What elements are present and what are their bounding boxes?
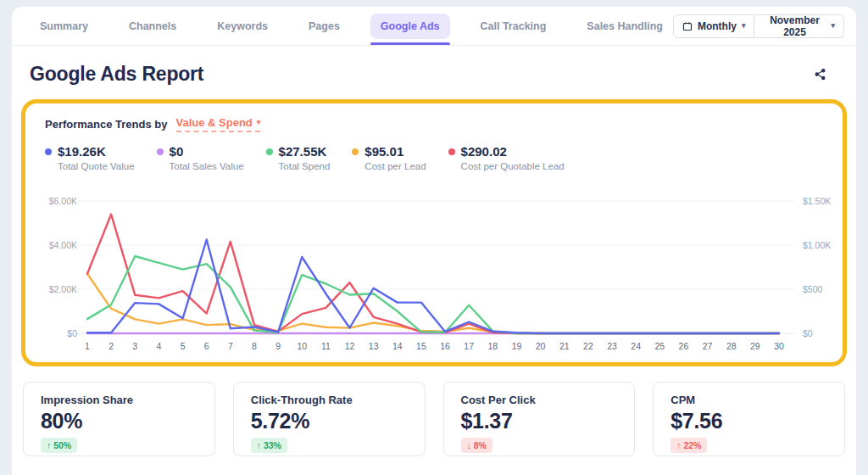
legend-dot-icon (448, 148, 455, 155)
x-axis-tick: 9 (275, 341, 281, 351)
tab-sales-handling[interactable]: Sales Handling (576, 7, 673, 45)
legend-item-total-quote-value[interactable]: $19.26KTotal Quote Value (45, 144, 135, 171)
right-axis-tick: $1.00K (803, 240, 831, 250)
x-axis-tick: 17 (464, 341, 474, 351)
caret-down-icon: ▾ (742, 22, 746, 30)
x-axis-tick: 18 (488, 341, 498, 351)
stat-change-badge: ↑ 22% (670, 438, 707, 453)
x-axis-tick: 13 (369, 341, 379, 351)
x-axis-tick: 28 (726, 341, 737, 351)
report-panel: SummaryChannelsKeywordsPagesGoogle AdsCa… (12, 7, 856, 475)
trends-title: Performance Trends by (45, 118, 168, 131)
series-line-cost-per-lead (87, 274, 779, 333)
legend-dot-icon (352, 148, 359, 155)
x-axis-tick: 14 (392, 341, 403, 351)
tab-label: Call Tracking (470, 14, 557, 39)
stat-change-badge: ↓ 8% (461, 438, 492, 453)
stat-card-label: CPM (670, 394, 827, 406)
legend-value: $0 (170, 144, 244, 159)
legend-text: $0Total Sales Value (170, 144, 244, 171)
x-axis-tick: 20 (536, 341, 546, 351)
calendar-icon (682, 21, 693, 31)
stat-card-impression-share: Impression Share80%↑ 50% (23, 382, 215, 456)
legend-text: $290.02Cost per Quotable Lead (461, 144, 565, 171)
x-axis-tick: 5 (181, 341, 186, 351)
left-axis-tick: $4.00K (49, 240, 77, 250)
tab-channels[interactable]: Channels (119, 7, 186, 45)
stat-card-cpm: CPM$7.56↑ 22% (653, 382, 845, 456)
legend-item-cost-per-lead[interactable]: $95.01Cost per Lead (352, 144, 426, 171)
x-axis-tick: 26 (679, 341, 689, 351)
tab-pages[interactable]: Pages (298, 7, 350, 45)
tab-label: Keywords (207, 14, 278, 39)
trends-chart: $0$0$2.00K$500$4.00K$1.00K$6.00K$1.50K12… (30, 188, 843, 355)
legend-label: Total Spend (279, 161, 331, 171)
x-axis-tick: 12 (345, 341, 355, 351)
right-axis-tick: $500 (803, 284, 823, 294)
x-axis-tick: 27 (703, 341, 713, 351)
tab-keywords[interactable]: Keywords (207, 7, 278, 45)
legend-value: $19.26K (58, 144, 135, 159)
stat-card-value: 80% (41, 409, 198, 433)
chart-area: $0$0$2.00K$500$4.00K$1.00K$6.00K$1.50K12… (30, 188, 843, 358)
legend-text: $19.26KTotal Quote Value (58, 144, 135, 171)
caret-down-icon: ▾ (831, 22, 835, 30)
title-row: Google Ads Report (12, 46, 856, 86)
trends-header: Performance Trends by Value & Spend ▾ (25, 103, 843, 132)
x-axis-tick: 11 (321, 341, 331, 351)
x-axis-tick: 29 (750, 341, 760, 351)
tab-summary[interactable]: Summary (30, 7, 98, 45)
stat-card-value: $7.56 (670, 409, 827, 433)
stat-card-value: $1.37 (461, 409, 618, 433)
performance-trends-card: Performance Trends by Value & Spend ▾ $1… (21, 99, 847, 366)
stat-card-label: Impression Share (41, 394, 198, 406)
stat-change-badge: ↑ 33% (251, 438, 287, 453)
stat-cards-row: Impression Share80%↑ 50%Click-Through Ra… (12, 366, 856, 456)
tab-bar: SummaryChannelsKeywordsPagesGoogle AdsCa… (30, 7, 673, 45)
legend-item-total-sales-value[interactable]: $0Total Sales Value (157, 144, 244, 171)
x-axis-tick: 16 (440, 341, 450, 351)
period-dropdown[interactable]: Monthly ▾ (673, 14, 755, 38)
x-axis-tick: 24 (631, 341, 641, 351)
stat-card-label: Cost Per Click (461, 394, 618, 406)
stat-card-cost-per-click: Cost Per Click$1.37↓ 8% (443, 382, 636, 456)
trends-metric-selector[interactable]: Value & Spend ▾ (176, 116, 261, 132)
legend-item-cost-per-quotable-lead[interactable]: $290.02Cost per Quotable Lead (448, 144, 565, 171)
x-axis-tick: 6 (204, 341, 209, 351)
x-axis-tick: 4 (156, 341, 161, 351)
right-axis-tick: $1.50K (803, 196, 831, 206)
right-axis-tick: $0 (803, 328, 813, 338)
x-axis-tick: 22 (583, 341, 593, 351)
tab-call-tracking[interactable]: Call Tracking (470, 7, 557, 45)
tab-google-ads[interactable]: Google Ads (370, 7, 450, 45)
x-axis-tick: 21 (559, 341, 570, 351)
legend-text: $27.55KTotal Spend (279, 144, 331, 171)
tab-label: Channels (119, 14, 186, 39)
stat-card-label: Click-Through Rate (251, 394, 408, 406)
legend-label: Cost per Lead (364, 161, 426, 171)
legend-value: $95.01 (364, 144, 426, 159)
month-dropdown-label: November 2025 (763, 14, 826, 38)
legend-value: $290.02 (461, 144, 565, 159)
month-dropdown[interactable]: November 2025 ▾ (754, 14, 844, 38)
chart-legend: $19.26KTotal Quote Value$0Total Sales Va… (25, 132, 843, 171)
legend-item-total-spend[interactable]: $27.55KTotal Spend (266, 144, 331, 171)
x-axis-tick: 7 (228, 341, 233, 351)
x-axis-tick: 30 (774, 341, 784, 351)
caret-down-icon: ▾ (257, 119, 261, 126)
stat-card-value: 5.72% (251, 409, 408, 433)
x-axis-tick: 19 (512, 341, 522, 351)
x-axis-tick: 8 (252, 341, 257, 351)
tab-label: Sales Handling (576, 14, 673, 39)
legend-value: $27.55K (279, 144, 331, 159)
left-axis-tick: $6.00K (49, 196, 77, 206)
left-axis-tick: $2.00K (49, 284, 77, 294)
legend-label: Total Quote Value (58, 161, 135, 171)
legend-text: $95.01Cost per Lead (364, 144, 426, 171)
share-icon (814, 68, 826, 81)
share-button[interactable] (802, 64, 838, 84)
legend-label: Cost per Quotable Lead (461, 161, 565, 171)
x-axis-tick: 23 (607, 341, 617, 351)
top-nav: SummaryChannelsKeywordsPagesGoogle AdsCa… (12, 7, 856, 46)
x-axis-tick: 1 (85, 341, 90, 351)
